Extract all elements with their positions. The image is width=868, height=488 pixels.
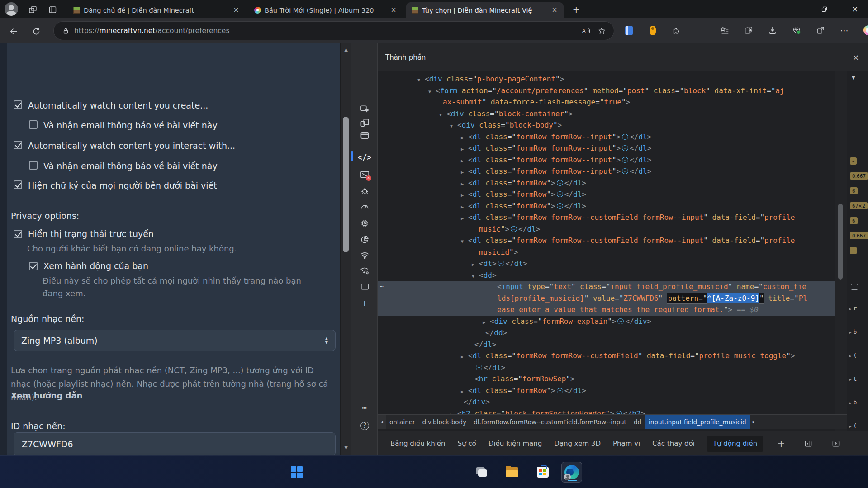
- node-menu-dots-icon[interactable]: ⋯: [380, 281, 384, 293]
- expand-arrow-icon[interactable]: ▶: [849, 307, 851, 311]
- expand-arrow-icon[interactable]: ▶: [461, 213, 468, 224]
- dom-tree-node[interactable]: ▶<dl class="formRow formRow--input">⋯</d…: [378, 131, 835, 143]
- dom-tree-node[interactable]: ▶<dt>⋯</dt>: [378, 258, 835, 270]
- share-icon[interactable]: [812, 22, 829, 38]
- collapse-arrow-icon[interactable]: ▼: [472, 270, 479, 282]
- collapse-arrow-icon[interactable]: ▼: [439, 109, 446, 121]
- breadcrumb-scroll-right-icon[interactable]: ▸: [750, 415, 758, 429]
- copilot-icon[interactable]: [860, 22, 868, 38]
- refresh-icon[interactable]: [30, 25, 43, 38]
- dom-tree-node[interactable]: ▼<form action="/account/preferences" met…: [378, 85, 835, 97]
- breadcrumb-item[interactable]: div.block-body: [419, 418, 470, 426]
- checkbox-row[interactable]: Và nhận email thông báo về bài viết này: [29, 160, 218, 172]
- browser-tab[interactable]: Bầu Trời Mới (Single) | Album 320×: [249, 2, 403, 18]
- lock-icon[interactable]: [61, 26, 71, 36]
- dom-tree-node[interactable]: ▶<dl class="formRow formRow--input">⋯</d…: [378, 142, 835, 154]
- expand-arrow-icon[interactable]: ▶: [849, 424, 851, 429]
- dom-tree-node[interactable]: </div>: [378, 396, 835, 408]
- close-window-button[interactable]: ×: [847, 4, 863, 14]
- inline-expand-badge[interactable]: ⋯: [557, 191, 563, 197]
- bug-icon[interactable]: [357, 184, 372, 197]
- collapse-arrow-icon[interactable]: ▼: [450, 120, 457, 132]
- dom-tree-node[interactable]: ▶<dl class="formRow formRow--input">⋯</d…: [378, 166, 835, 177]
- breadcrumb-scroll-left-icon[interactable]: ◂: [378, 415, 386, 429]
- dots-icon[interactable]: ⋯: [357, 401, 372, 414]
- inline-expand-badge[interactable]: ⋯: [557, 388, 563, 393]
- expand-arrow-icon[interactable]: ▶: [461, 201, 468, 213]
- dom-tree-node[interactable]: ▶<dl class="formRow">⋯</dl>: [378, 385, 835, 397]
- expand-arrow-icon[interactable]: ▶: [461, 190, 468, 201]
- elements-scrollbar[interactable]: ▼: [835, 71, 847, 458]
- expand-arrow-icon[interactable]: ▶: [461, 132, 468, 144]
- collapse-arrow-icon[interactable]: ▼: [428, 86, 436, 98]
- add-panel-icon[interactable]: +: [777, 438, 785, 449]
- checkbox[interactable]: [29, 120, 38, 129]
- style-rule-row[interactable]: ▶b: [849, 399, 857, 406]
- breadcrumb-item[interactable]: input.input.field_profile_musicid: [645, 415, 750, 429]
- tab-close-icon[interactable]: ×: [232, 6, 241, 15]
- style-rule-row[interactable]: ▶b: [849, 328, 857, 335]
- gauge-icon[interactable]: [357, 200, 372, 213]
- expand-panel-icon[interactable]: [831, 439, 840, 448]
- dom-tree-node[interactable]: lds[profile_musicid]" value="Z7CWWFD6" p…: [378, 293, 835, 304]
- dom-tree-node[interactable]: ⋯<input type="text" class="input field_p…: [378, 281, 835, 293]
- dom-tree-node[interactable]: </dl>: [378, 339, 835, 351]
- dom-tree-node[interactable]: ▼<div class="block-container">: [378, 108, 835, 120]
- style-rule-row[interactable]: ▶r: [849, 305, 857, 312]
- plus-icon[interactable]: +: [357, 296, 372, 309]
- more-dots-icon[interactable]: ⋯: [836, 22, 853, 38]
- checkbox-row[interactable]: Automatically watch content you interact…: [14, 140, 235, 152]
- breadcrumb-item[interactable]: ontainer: [386, 418, 419, 426]
- pie-icon[interactable]: [357, 232, 372, 246]
- extensions-icon[interactable]: [669, 22, 685, 38]
- devtools-tab[interactable]: Điều kiện mạng: [489, 440, 542, 448]
- dom-tree-node[interactable]: ▼<div class="block-body">: [378, 119, 835, 131]
- checkbox-row[interactable]: Automatically watch content you create..…: [14, 99, 208, 111]
- inline-expand-badge[interactable]: ⋯: [511, 226, 517, 232]
- expand-arrow-icon[interactable]: ▶: [461, 351, 468, 363]
- page-scrollbar[interactable]: ▲ ▼: [340, 43, 351, 455]
- dom-tree-node[interactable]: ▶<dl class="formRow">⋯</dl>: [378, 200, 835, 212]
- chip-icon[interactable]: [357, 216, 372, 230]
- checkbox[interactable]: [14, 141, 22, 149]
- tab-actions-icon[interactable]: [47, 4, 58, 15]
- edge-button[interactable]: [561, 462, 582, 483]
- dom-tree-node[interactable]: ▼<dl class="formRow formRow--customField…: [378, 235, 835, 246]
- inspect-icon[interactable]: [357, 102, 372, 116]
- checkbox[interactable]: [14, 230, 22, 238]
- collapse-arrow-icon[interactable]: ▼: [461, 236, 468, 247]
- checkbox-row[interactable]: Hiện chữ ký của mọi người bên dưới bài v…: [14, 180, 217, 191]
- expand-arrow-icon[interactable]: ▶: [849, 330, 851, 335]
- expand-arrow-icon[interactable]: ▶: [461, 166, 468, 178]
- devtools-tab[interactable]: Tự động điền: [707, 436, 763, 452]
- dom-tree-node[interactable]: ▶<dl class="formRow">⋯</dl>: [378, 189, 835, 200]
- dom-tree-node[interactable]: _musicid">: [378, 246, 835, 258]
- dom-tree-node[interactable]: ▶<dl class="formRow formRow--input">⋯</d…: [378, 154, 835, 166]
- dom-tree-node[interactable]: ⋯</dl>: [378, 362, 835, 374]
- wifi-gear-icon[interactable]: [357, 264, 372, 277]
- dom-tree-node[interactable]: ax-submit" data-force-flash-message="tru…: [378, 96, 835, 108]
- style-rule-row[interactable]: ▶(: [849, 422, 857, 429]
- dom-tree-node[interactable]: ▶<dl class="formRow formRow--customField…: [378, 350, 835, 362]
- expand-arrow-icon[interactable]: ▶: [483, 317, 490, 328]
- checkbox-row[interactable]: Và nhận email thông báo về bài viết này: [29, 119, 218, 131]
- browser-essentials-icon[interactable]: [788, 22, 805, 38]
- breadcrumb-item[interactable]: dd: [630, 418, 645, 426]
- read-aloud-icon[interactable]: A: [581, 26, 591, 36]
- checkbox[interactable]: [29, 161, 38, 170]
- styles-sidebar-sliver[interactable]: ▼ –0.667667×260.667–▶r▶b▶(▶t▶b▶(▶p: [847, 71, 868, 458]
- style-rule-row[interactable]: ▶t: [849, 375, 857, 382]
- expand-arrow-icon[interactable]: ▶: [461, 155, 468, 167]
- dom-tree-node[interactable]: ▼<dd>: [378, 270, 835, 281]
- microsoft-store-button[interactable]: [532, 462, 553, 483]
- restore-button[interactable]: [816, 4, 832, 14]
- guide-link[interactable]: Xem hướng dẫn: [11, 391, 82, 400]
- blue-notebook-icon[interactable]: [621, 22, 637, 38]
- expand-arrow-icon[interactable]: ▶: [461, 386, 468, 398]
- add-favorite-star-icon[interactable]: [597, 26, 607, 36]
- profile-avatar[interactable]: [5, 2, 18, 16]
- dom-tree-node[interactable]: </dd>: [378, 327, 835, 339]
- expand-arrow-icon[interactable]: ▶: [461, 143, 468, 155]
- checkbox-row[interactable]: Hiển thị trạng thái trực tuyến: [14, 229, 154, 239]
- console-icon[interactable]: ×: [357, 168, 372, 181]
